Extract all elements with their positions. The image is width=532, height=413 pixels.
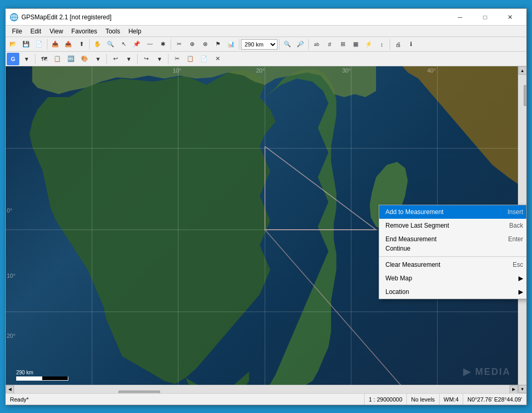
tb2-undo-drop[interactable]: ▼ [123, 53, 135, 65]
tb-hash[interactable]: ⊞ [336, 38, 349, 51]
map-area[interactable]: 10° 20° 30° 40° 0° 10° 20° 290 km ▶ MEDI… [6, 66, 526, 393]
ctx-remove-segment[interactable]: Remove Last Segment Back [379, 219, 526, 232]
tb-select[interactable]: ↖ [117, 38, 130, 51]
ctx-location[interactable]: Location ▶ [379, 285, 526, 299]
tb-edit2[interactable]: ⊕ [186, 38, 198, 51]
tb-zoom-plus[interactable]: 🔍 [281, 38, 294, 51]
tb2-sep3 [137, 54, 138, 64]
tb2-dropdown2[interactable]: ▼ [92, 53, 104, 65]
scroll-down-btn[interactable]: ▼ [518, 385, 527, 393]
tb-arrow[interactable]: ↕ [376, 38, 388, 51]
zoom-select[interactable]: 290 km [241, 39, 277, 50]
ctx-clear-measurement-shortcut: Esc [513, 261, 523, 268]
tb-sep6 [308, 39, 309, 50]
menu-tools[interactable]: Tools [101, 27, 124, 36]
tb-node[interactable]: ✱ [156, 38, 169, 51]
ctx-end-measurement[interactable]: End Measurement Enter [379, 232, 526, 244]
ctx-continue-label: Continue [385, 245, 410, 252]
ctx-add-measurement-shortcut: Insert [507, 208, 523, 216]
tb2-dropdown[interactable]: ▼ [20, 53, 33, 65]
tb-info[interactable]: ℹ [405, 38, 417, 51]
tb-zoom-in[interactable]: 🔍 [104, 38, 117, 51]
tb2-map[interactable]: 🗺 [38, 53, 50, 65]
menu-help[interactable]: Help [124, 27, 146, 36]
menu-bar: File Edit View Favorites Tools Help [6, 26, 526, 37]
tb-edit3[interactable]: ⊗ [199, 38, 211, 51]
tb-layers[interactable]: ▦ [349, 38, 362, 51]
tb2-filter[interactable]: 🔤 [65, 53, 77, 65]
status-wm-text: WM:4 [444, 396, 459, 403]
menu-view[interactable]: View [45, 27, 67, 36]
tb-sep4 [239, 39, 239, 50]
toolbar-secondary: G ▼ 🗺 📋 🔤 🎨 ▼ ↩ ▼ ↪ ▼ ✂ 📋 📄 ✕ [6, 52, 526, 66]
tb2-delete[interactable]: ✕ [211, 53, 224, 65]
tb2-cut[interactable]: ✂ [171, 53, 183, 65]
tb-pan[interactable]: ✋ [91, 38, 104, 51]
ctx-remove-segment-shortcut: Back [509, 222, 523, 229]
tb2-layers2[interactable]: 📋 [51, 53, 64, 65]
tb-route[interactable]: 〰 [143, 38, 156, 51]
toolbar-main: 📂 💾 📄 📥 📤 ⬆ ✋ 🔍 ↖ 📌 〰 ✱ ✂ ⊕ ⊗ ⚑ 📊 290 km… [6, 37, 526, 52]
status-coords: N0°27.76′ E28°44.09′ [463, 394, 526, 405]
ctx-end-measurement-label: End Measurement [385, 235, 437, 243]
tb-export[interactable]: 📤 [62, 38, 75, 51]
tb-zoom-minus[interactable]: 🔎 [294, 38, 307, 51]
scroll-left-btn[interactable]: ◀ [6, 385, 14, 394]
tb-grid[interactable]: # [323, 38, 336, 51]
tb2-redo-drop[interactable]: ▼ [153, 53, 166, 65]
ctx-add-measurement-label: Add to Measurement [385, 208, 443, 216]
tb2-redo[interactable]: ↪ [140, 53, 152, 65]
scroll-up-btn[interactable]: ▲ [518, 66, 527, 75]
tb-import[interactable]: 📥 [49, 38, 62, 51]
ctx-continue[interactable]: Continue [379, 244, 526, 255]
tb-new[interactable]: 📄 [33, 38, 45, 51]
ctx-web-map[interactable]: Web Map ▶ [379, 272, 526, 285]
tb-chart[interactable]: 📊 [225, 38, 237, 51]
scroll-h-thumb[interactable] [118, 391, 160, 394]
close-button[interactable]: ✕ [498, 9, 522, 26]
tb-upload[interactable]: ⬆ [75, 38, 88, 51]
tb-merge[interactable]: ⚡ [362, 38, 375, 51]
scrollbar-horizontal[interactable]: ◀ ▶ [6, 385, 518, 393]
ctx-web-map-label: Web Map [385, 275, 412, 282]
menu-favorites[interactable]: Favorites [67, 27, 101, 36]
tb-pin[interactable]: 📌 [130, 38, 143, 51]
tb2-g[interactable]: G [7, 53, 19, 65]
tb-sep2 [89, 39, 90, 50]
tb2-sep1 [35, 54, 35, 64]
status-ready-text: Ready* [10, 396, 29, 403]
tb2-copy[interactable]: 📋 [184, 53, 197, 65]
ctx-clear-measurement-label: Clear Measurement [385, 261, 440, 268]
tb-sep1 [47, 39, 47, 50]
window-title: GPSMapEdit 2.1 [not registered] [21, 14, 448, 21]
ctx-add-measurement[interactable]: Add to Measurement Insert [379, 205, 526, 219]
menu-file[interactable]: File [8, 27, 26, 36]
status-coords-text: N0°27.76′ E28°44.09′ [467, 396, 522, 403]
tb-text[interactable]: ab [310, 38, 323, 51]
maximize-button[interactable]: □ [473, 9, 497, 26]
ctx-sep1 [379, 256, 526, 257]
ctx-clear-measurement[interactable]: Clear Measurement Esc [379, 258, 526, 272]
ctx-location-arrow: ▶ [518, 288, 523, 296]
tb-sep5 [279, 39, 280, 50]
status-levels: No levels [407, 394, 439, 405]
app-icon [10, 13, 18, 21]
tb-flag[interactable]: ⚑ [212, 38, 224, 51]
ctx-web-map-arrow: ▶ [518, 275, 523, 282]
status-wm: WM:4 [440, 394, 464, 405]
minimize-button[interactable]: ─ [448, 9, 472, 26]
ctx-location-label: Location [385, 288, 409, 296]
tb2-undo[interactable]: ↩ [109, 53, 122, 65]
ctx-end-measurement-shortcut: Enter [508, 235, 523, 243]
scroll-right-btn[interactable]: ▶ [510, 385, 518, 394]
tb-print[interactable]: 🖨 [392, 38, 404, 51]
tb2-paste[interactable]: 📄 [198, 53, 210, 65]
tb2-color[interactable]: 🎨 [78, 53, 91, 65]
tb-save[interactable]: 💾 [20, 38, 32, 51]
tb-open[interactable]: 📂 [7, 38, 19, 51]
scroll-v-thumb[interactable] [524, 85, 527, 106]
menu-edit[interactable]: Edit [26, 27, 45, 36]
tb-edit1[interactable]: ✂ [173, 38, 185, 51]
ctx-remove-segment-label: Remove Last Segment [385, 222, 449, 229]
main-window: GPSMapEdit 2.1 [not registered] ─ □ ✕ Fi… [5, 8, 527, 405]
